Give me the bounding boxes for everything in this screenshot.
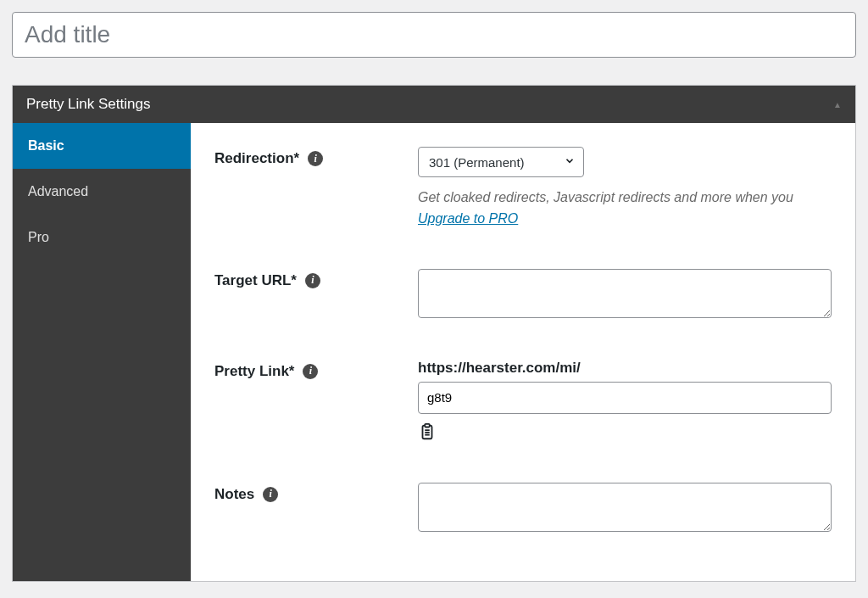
clipboard-icon[interactable] xyxy=(418,422,437,441)
target-url-input[interactable] xyxy=(418,269,832,318)
settings-panel: Pretty Link Settings ▲ Basic Advanced Pr… xyxy=(12,85,856,582)
field-target-url: Target URL* i xyxy=(214,269,832,321)
redirection-hint: Get cloaked redirects, Javascript redire… xyxy=(418,187,832,230)
field-redirection: Redirection* i 301 (Permanent) Get cloak… xyxy=(214,147,832,230)
upgrade-link[interactable]: Upgrade to PRO xyxy=(418,211,518,226)
settings-content: Redirection* i 301 (Permanent) Get cloak… xyxy=(191,123,855,581)
notes-input[interactable] xyxy=(418,483,832,532)
tab-basic[interactable]: Basic xyxy=(13,123,191,169)
hint-text: Get cloaked redirects, Javascript redire… xyxy=(418,190,793,204)
pretty-link-label: Pretty Link* xyxy=(214,363,294,380)
info-icon[interactable]: i xyxy=(263,487,278,502)
panel-body: Basic Advanced Pro Redirection* i 301 (P… xyxy=(13,123,855,581)
tab-pro[interactable]: Pro xyxy=(13,215,191,260)
panel-header[interactable]: Pretty Link Settings ▲ xyxy=(13,86,855,123)
redirection-label: Redirection* xyxy=(214,150,299,167)
info-icon[interactable]: i xyxy=(305,273,320,288)
pretty-link-base: https://hearster.com/mi/ xyxy=(418,360,832,377)
tab-advanced[interactable]: Advanced xyxy=(13,169,191,215)
notes-label: Notes xyxy=(214,486,254,503)
info-icon[interactable]: i xyxy=(308,151,323,166)
field-pretty-link: Pretty Link* i https://hearster.com/mi/ xyxy=(214,360,832,444)
settings-sidebar: Basic Advanced Pro xyxy=(13,123,191,581)
redirection-select[interactable]: 301 (Permanent) xyxy=(418,147,584,177)
collapse-icon[interactable]: ▲ xyxy=(833,100,842,109)
info-icon[interactable]: i xyxy=(303,364,318,379)
pretty-link-slug-input[interactable] xyxy=(418,382,832,414)
svg-rect-1 xyxy=(425,423,430,427)
title-input[interactable] xyxy=(12,12,856,58)
field-notes: Notes i xyxy=(214,483,832,534)
panel-title: Pretty Link Settings xyxy=(26,96,150,113)
target-url-label: Target URL* xyxy=(214,272,297,289)
